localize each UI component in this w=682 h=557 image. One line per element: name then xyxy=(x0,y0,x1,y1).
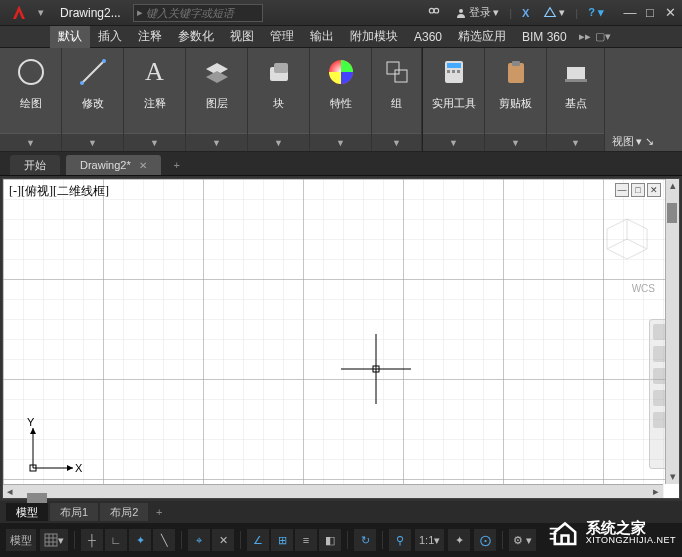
svg-point-5 xyxy=(80,81,84,85)
annoscale-icon[interactable]: ⚲ xyxy=(389,529,411,551)
scrollbar-horizontal[interactable]: ◂▸ xyxy=(3,484,663,498)
panel-dd[interactable]: ▼ xyxy=(62,134,123,151)
tab-overflow-icon[interactable]: ▸▸ xyxy=(579,30,591,43)
annotate-button[interactable]: A 注释 xyxy=(130,52,179,111)
a360-icon[interactable]: ▾ xyxy=(539,4,569,22)
tab-default[interactable]: 默认 xyxy=(50,26,90,48)
panel-dd[interactable]: ▼ xyxy=(485,134,546,151)
cycling-toggle[interactable]: ↻ xyxy=(354,529,376,551)
otrack-toggle[interactable]: ∠ xyxy=(247,529,269,551)
close-button[interactable]: ✕ xyxy=(662,5,678,21)
wcs-label[interactable]: WCS xyxy=(632,283,655,294)
grid-toggle[interactable]: ▾ xyxy=(40,529,68,551)
tab-drawing2[interactable]: Drawing2*✕ xyxy=(66,155,161,175)
layout-2[interactable]: 布局2 xyxy=(100,503,148,521)
maximize-button[interactable]: □ xyxy=(642,5,658,21)
tab-bim360[interactable]: BIM 360 xyxy=(514,26,575,48)
viewport-label[interactable]: [-][俯视][二维线框] xyxy=(9,183,109,200)
search-box[interactable]: ▸ xyxy=(133,4,263,22)
panel-dd[interactable]: ▼ xyxy=(186,134,247,151)
drawing-canvas[interactable]: [-][俯视][二维线框] — □ ✕ WCS X Y ◂▸ ▴▾ xyxy=(2,178,680,499)
panel-dd[interactable]: ▼ xyxy=(310,134,371,151)
search-dropdown-icon[interactable]: ▸ xyxy=(134,6,146,19)
tab-output[interactable]: 输出 xyxy=(302,26,342,48)
transparency-toggle[interactable]: ◧ xyxy=(319,529,341,551)
panel-layers: 图层 ▼ xyxy=(186,48,248,151)
svg-point-0 xyxy=(429,8,434,13)
tab-addins[interactable]: 附加模块 xyxy=(342,26,406,48)
scale-button[interactable]: 1:1 ▾ xyxy=(415,529,444,551)
polar-toggle[interactable]: ✦ xyxy=(129,529,151,551)
tab-parametric[interactable]: 参数化 xyxy=(170,26,222,48)
ucs-icon[interactable]: X Y xyxy=(23,418,83,478)
annoauto-toggle[interactable]: ⨀ xyxy=(474,529,496,551)
clipboard-button[interactable]: 剪贴板 xyxy=(491,52,540,111)
scrollbar-vertical[interactable]: ▴▾ xyxy=(665,179,679,484)
layout-add-button[interactable]: + xyxy=(150,503,168,521)
login-button[interactable]: 登录 ▾ xyxy=(451,3,503,22)
layout-1[interactable]: 布局1 xyxy=(50,503,98,521)
vp-maximize-icon[interactable]: □ xyxy=(631,183,645,197)
app-menu-dropdown[interactable]: ▾ xyxy=(34,6,48,19)
snap-toggle[interactable]: ┼ xyxy=(81,529,103,551)
svg-rect-8 xyxy=(274,63,288,73)
tab-view[interactable]: 视图 xyxy=(222,26,262,48)
tab-insert[interactable]: 插入 xyxy=(90,26,130,48)
annoviz-toggle[interactable]: ✦ xyxy=(448,529,470,551)
osnap-toggle[interactable]: ⌖ xyxy=(188,529,210,551)
tab-start[interactable]: 开始 xyxy=(10,155,60,175)
basepoint-button[interactable]: 基点 xyxy=(553,52,598,111)
grid xyxy=(3,179,679,498)
vp-minimize-icon[interactable]: — xyxy=(615,183,629,197)
tab-annotate[interactable]: 注释 xyxy=(130,26,170,48)
block-button[interactable]: 块 xyxy=(254,52,303,111)
layout-model[interactable]: 模型 xyxy=(6,503,48,521)
svg-rect-31 xyxy=(45,534,57,546)
search-input[interactable] xyxy=(146,7,246,19)
clipboard-icon xyxy=(498,54,534,90)
panel-dd[interactable]: ▼ xyxy=(372,134,421,151)
exchange-icon[interactable]: X xyxy=(518,5,533,21)
colorwheel-icon xyxy=(323,54,359,90)
tab-manage[interactable]: 管理 xyxy=(262,26,302,48)
properties-button[interactable]: 特性 xyxy=(316,52,365,111)
svg-rect-18 xyxy=(512,61,520,66)
lineweight-toggle[interactable]: ≡ xyxy=(295,529,317,551)
panel-dd[interactable]: ▼ xyxy=(124,134,185,151)
3dosnap-toggle[interactable]: ✕ xyxy=(212,529,234,551)
svg-rect-14 xyxy=(447,70,450,73)
model-space-button[interactable]: 模型 xyxy=(6,529,36,551)
viewcube[interactable] xyxy=(597,209,657,269)
tab-add-button[interactable]: + xyxy=(167,155,187,175)
group-button[interactable]: 组 xyxy=(378,52,415,111)
panel-dd[interactable]: ▼ xyxy=(248,134,309,151)
help-icon[interactable]: ? ▾ xyxy=(584,4,608,21)
panel-utilities: 实用工具 ▼ xyxy=(423,48,485,151)
panel-dd[interactable]: ▼ xyxy=(423,134,484,151)
infocenter-icon[interactable] xyxy=(423,4,445,22)
svg-point-3 xyxy=(19,60,43,84)
tab-featured[interactable]: 精选应用 xyxy=(450,26,514,48)
app-logo[interactable] xyxy=(4,2,34,24)
tab-a360[interactable]: A360 xyxy=(406,26,450,48)
layers-button[interactable]: 图层 xyxy=(192,52,241,111)
ribbon-min-icon[interactable]: ▢▾ xyxy=(595,30,611,43)
ortho-toggle[interactable]: ∟ xyxy=(105,529,127,551)
utilities-button[interactable]: 实用工具 xyxy=(429,52,478,111)
panel-dd[interactable]: ▼ xyxy=(0,134,61,151)
draw-button[interactable]: 绘图 xyxy=(6,52,55,111)
svg-point-6 xyxy=(102,59,106,63)
base-icon xyxy=(558,54,594,90)
svg-line-4 xyxy=(82,61,104,83)
panel-basepoint: 基点 ▼ xyxy=(547,48,605,151)
tab-close-icon[interactable]: ✕ xyxy=(139,160,147,171)
workspace-button[interactable]: ⚙ ▾ xyxy=(509,529,536,551)
document-title: Drawing2... xyxy=(48,6,133,20)
iso-toggle[interactable]: ╲ xyxy=(153,529,175,551)
minimize-button[interactable]: — xyxy=(622,5,638,21)
dyn-toggle[interactable]: ⊞ xyxy=(271,529,293,551)
view-panel-label[interactable]: 视图 ▾ ↘ xyxy=(612,134,654,149)
panel-dd[interactable]: ▼ xyxy=(547,134,604,151)
vp-close-icon[interactable]: ✕ xyxy=(647,183,661,197)
modify-button[interactable]: 修改 xyxy=(68,52,117,111)
